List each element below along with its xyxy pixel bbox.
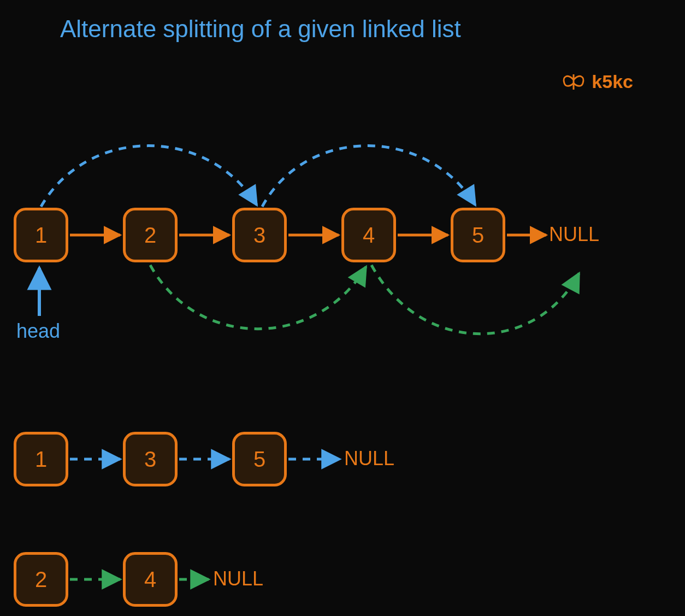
main-node-1: 1 — [14, 208, 68, 262]
main-node-4: 4 — [341, 208, 396, 262]
even-null: NULL — [213, 567, 263, 590]
odd-node-3: 5 — [232, 432, 287, 486]
main-node-2: 2 — [123, 208, 178, 262]
odd-node-2: 3 — [123, 432, 178, 486]
even-node-2: 4 — [123, 552, 178, 607]
arc-green-2-4 — [150, 265, 366, 329]
arrows-overlay — [0, 0, 685, 616]
even-node-1: 2 — [14, 552, 68, 607]
brand-logo: k5kc — [561, 71, 633, 92]
butterfly-icon — [561, 72, 586, 92]
brand-text: k5kc — [592, 71, 633, 92]
arc-blue-3-5 — [262, 146, 475, 207]
odd-node-1: 1 — [14, 432, 68, 486]
main-null: NULL — [549, 223, 599, 246]
arc-green-4-null — [371, 265, 579, 334]
main-node-3: 3 — [232, 208, 287, 262]
page-title: Alternate splitting of a given linked li… — [60, 15, 461, 43]
head-label: head — [16, 320, 60, 343]
arc-blue-1-3 — [41, 146, 257, 207]
main-node-5: 5 — [451, 208, 505, 262]
odd-null: NULL — [344, 447, 394, 470]
